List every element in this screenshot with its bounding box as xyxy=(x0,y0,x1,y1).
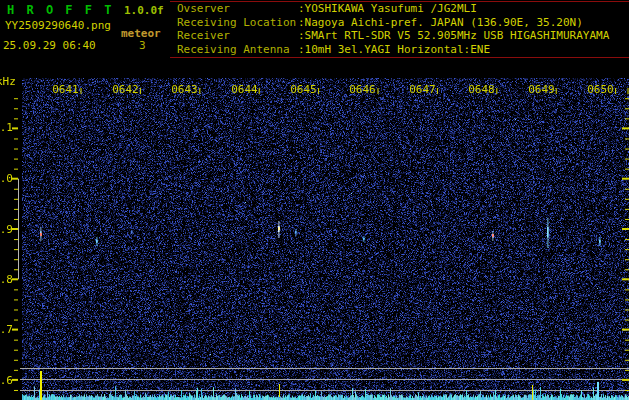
freq-tick-label: 1.1 xyxy=(0,122,13,133)
time-tick-label: 0641 xyxy=(52,84,79,95)
time-tick-label: 0647 xyxy=(409,84,436,95)
spectrogram-canvas xyxy=(0,78,629,400)
info-value: :Nagoya Aichi-pref. JAPAN (136.90E, 35.2… xyxy=(298,16,583,30)
time-tick-label: 0646 xyxy=(349,84,376,95)
info-row: Receiving Antenna :10mH 3el.YAGI Horizon… xyxy=(177,43,609,57)
freq-tick-label: 0.9 xyxy=(0,224,13,235)
info-label: Receiving Antenna xyxy=(177,43,298,57)
info-row: Receiving Location :Nagoya Aichi-pref. J… xyxy=(177,16,609,30)
app-title: H R O F F T xyxy=(7,3,114,17)
time-tick-label: 0649 xyxy=(528,84,555,95)
hrofft-output-screen: H R O F F T 1.0.0f YY2509290640.png mete… xyxy=(0,0,629,400)
time-tick-label: 0642 xyxy=(112,84,139,95)
info-row: Ovserver :YOSHIKAWA Yasufumi /JG2MLI xyxy=(177,2,609,16)
meteor-count: 3 xyxy=(139,39,146,52)
time-tick-label: 0644 xyxy=(231,84,258,95)
freq-tick-label: 0.7 xyxy=(0,324,13,335)
info-label: Ovserver xyxy=(177,2,298,16)
info-label: Receiver xyxy=(177,29,298,43)
app-version: 1.0.0f xyxy=(124,4,164,17)
info-value: :SMArt RTL-SDR V5 52.905MHz USB HIGASHIM… xyxy=(298,29,609,43)
info-value: :10mH 3el.YAGI Horizontal:ENE xyxy=(298,43,490,57)
output-filename: YY2509290640.png xyxy=(5,19,111,32)
khz-unit-label: kHz xyxy=(0,76,20,87)
info-value: :YOSHIKAWA Yasufumi /JG2MLI xyxy=(298,2,477,16)
observation-datetime: 25.09.29 06:40 xyxy=(3,39,96,52)
time-tick-label: 0648 xyxy=(468,84,495,95)
freq-tick-label: 0.8 xyxy=(0,274,13,285)
header-divider-bottom xyxy=(170,57,629,58)
freq-tick-label: 0.6 xyxy=(0,375,13,386)
station-info-table: Ovserver :YOSHIKAWA Yasufumi /JG2MLI Rec… xyxy=(177,2,609,56)
time-tick-label: 0650 xyxy=(587,84,614,95)
freq-tick-label: 1.0 xyxy=(0,173,13,184)
time-tick-label: 0645 xyxy=(290,84,317,95)
info-row: Receiver :SMArt RTL-SDR V5 52.905MHz USB… xyxy=(177,29,609,43)
time-tick-label: 0643 xyxy=(171,84,198,95)
info-label: Receiving Location xyxy=(177,16,298,30)
